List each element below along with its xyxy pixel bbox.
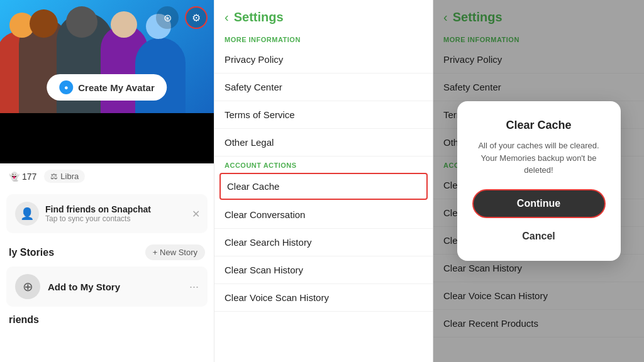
find-friends-title: Find friends on Snapchat [45, 204, 151, 214]
back-arrow-middle[interactable]: ‹ [225, 10, 229, 25]
modal-body: All of your caches will be cleared. Your… [472, 140, 606, 177]
close-find-friends-button[interactable]: ✕ [192, 208, 200, 220]
terms-of-service-item[interactable]: Terms of Service [214, 101, 433, 129]
settings-header-middle: ‹ Settings [214, 0, 433, 31]
new-story-label: + New Story [153, 248, 197, 257]
content-bar [0, 113, 214, 163]
user-info-row: 👻 177 ⚖ Libra [0, 163, 214, 189]
clear-cache-item[interactable]: Clear Cache [219, 173, 428, 200]
create-avatar-button[interactable]: ● Create My Avatar [47, 74, 167, 101]
avatar-face-3 [66, 6, 97, 38]
add-story-card[interactable]: ⊕ Add to My Story ··· [6, 266, 208, 307]
find-friends-card[interactable]: 👤 Find friends on Snapchat Tap to sync y… [6, 194, 208, 233]
avatar-scene: ⊛ ⚙ ● Create My Avatar [0, 0, 214, 113]
right-settings-panel: ‹ Settings MORE INFORMATION Privacy Poli… [433, 0, 644, 362]
camera-icon: ● [59, 80, 73, 94]
middle-settings-panel: ‹ Settings MORE INFORMATION Privacy Poli… [214, 0, 433, 362]
score-icon: 👻 [9, 172, 19, 182]
stories-header: ly Stories + New Story [0, 238, 214, 264]
clear-scan-history-item[interactable]: Clear Scan History [214, 256, 433, 284]
settings-title-middle: Settings [234, 10, 284, 25]
zodiac-badge[interactable]: ⚖ Libra [44, 170, 85, 183]
zodiac-label: Libra [60, 172, 79, 181]
avatar-face-2 [30, 9, 58, 38]
gear-icon: ⚙ [192, 12, 201, 24]
section-more-info-middle: MORE INFORMATION [214, 31, 433, 46]
zodiac-icon: ⚖ [50, 172, 58, 181]
top-icons-bar: ⊛ ⚙ [156, 6, 208, 29]
score-value: 177 [22, 172, 36, 182]
more-options-icon[interactable]: ··· [189, 280, 199, 293]
share-icon: ⊛ [164, 12, 172, 24]
friends-section-label: riends [0, 309, 214, 328]
new-story-button[interactable]: + New Story [145, 244, 205, 260]
clear-voice-scan-item[interactable]: Clear Voice Scan History [214, 284, 433, 312]
modal-cancel-button[interactable]: Cancel [472, 224, 606, 248]
find-friends-subtitle: Tap to sync your contacts [45, 214, 151, 223]
settings-gear-button[interactable]: ⚙ [185, 6, 208, 29]
privacy-policy-item[interactable]: Privacy Policy [214, 46, 433, 74]
add-story-label: Add to My Story [48, 282, 182, 292]
share-button[interactable]: ⊛ [156, 6, 179, 29]
left-panel: ⊛ ⚙ ● Create My Avatar 👻 177 ⚖ Libra 👤 [0, 0, 214, 362]
score-item: 👻 177 [9, 172, 36, 182]
clear-search-history-item[interactable]: Clear Search History [214, 229, 433, 256]
stories-title: ly Stories [9, 247, 54, 258]
clear-cache-modal: Clear Cache All of your caches will be c… [457, 101, 621, 261]
avatar-face-4 [111, 11, 137, 38]
other-legal-item[interactable]: Other Legal [214, 129, 433, 156]
find-friends-icon: 👤 [15, 202, 39, 226]
add-story-icon: ⊕ [15, 274, 40, 299]
modal-title: Clear Cache [472, 119, 606, 132]
find-friends-text: Find friends on Snapchat Tap to sync you… [45, 204, 151, 223]
safety-center-item[interactable]: Safety Center [214, 74, 433, 101]
section-account-middle: ACCOUNT ACTIONS [214, 156, 433, 172]
clear-conversation-item[interactable]: Clear Conversation [214, 201, 433, 229]
modal-overlay: Clear Cache All of your caches will be c… [433, 0, 644, 362]
modal-continue-button[interactable]: Continue [472, 189, 606, 218]
create-avatar-label: Create My Avatar [78, 82, 154, 93]
